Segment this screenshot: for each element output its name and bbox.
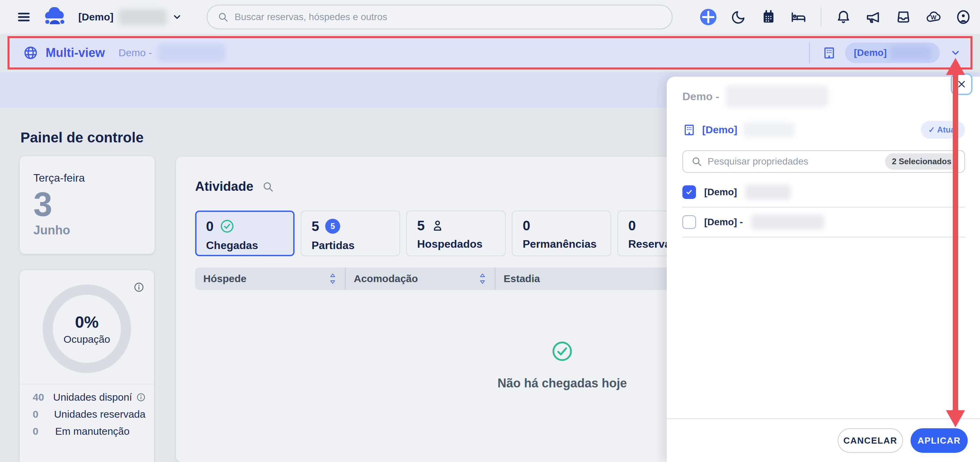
tab-partidas[interactable]: 5 5 Partidas <box>301 210 400 256</box>
notifications-bell-icon[interactable] <box>835 9 851 25</box>
tab-count: 5 <box>312 220 319 233</box>
svg-text:W: W <box>931 14 937 21</box>
multiview-divider <box>809 42 810 64</box>
redacted-selector-name <box>890 46 931 60</box>
multiview-title: Multi-view <box>46 46 105 60</box>
selected-count-badge: 2 Selecionados <box>885 153 958 170</box>
whistle-messaging-icon[interactable]: W <box>926 9 941 25</box>
property-list-item[interactable]: [Demo] - <box>682 207 965 237</box>
redacted-property-name <box>743 122 794 137</box>
global-search-input[interactable] <box>234 11 662 23</box>
checkbox-checked[interactable] <box>682 185 696 199</box>
menu-icon[interactable] <box>16 10 31 24</box>
column-header-estadia: Estadia <box>504 273 540 285</box>
panel-footer: CANCELAR APLICAR <box>667 418 980 462</box>
cancel-button[interactable]: CANCELAR <box>838 428 903 453</box>
property-list: [Demo] [Demo] - <box>682 177 965 237</box>
tab-hospedados[interactable]: 5 Hospedados <box>406 210 506 256</box>
current-property-label: [Demo] <box>702 124 737 135</box>
stat-label: Unidades reservadas <box>54 408 146 420</box>
globe-icon <box>23 45 38 60</box>
list-divider <box>682 237 965 237</box>
info-icon[interactable] <box>134 282 145 293</box>
check-circle-icon <box>552 341 573 362</box>
tab-label: Hospedados <box>417 238 495 250</box>
occupancy-donut: 0% Ocupação <box>43 285 131 373</box>
property-switcher-label: [Demo] <box>78 11 113 23</box>
apply-button[interactable]: APLICAR <box>910 428 968 453</box>
activity-title: Atividade <box>195 179 253 194</box>
app-screen: [Demo] <box>0 0 980 462</box>
current-badge: ✓ Atual <box>921 121 965 139</box>
top-navigation-bar: [Demo] <box>0 0 980 34</box>
activity-search-icon[interactable] <box>262 181 274 193</box>
cloudbeds-logo-icon[interactable] <box>43 7 67 27</box>
redacted-property-name <box>119 9 167 25</box>
tab-label: Partidas <box>312 239 389 252</box>
check-circle-icon <box>220 219 235 234</box>
redacted-item-name <box>745 185 791 200</box>
annotation-highlight-rectangle: Multi-view Demo - [Demo] <box>8 36 972 70</box>
stat-row-maintenance: 0 Em manutenção <box>33 425 146 437</box>
stat-value: 40 <box>33 392 53 403</box>
column-header-acomodacao: Acomodação <box>354 273 418 285</box>
property-search-input[interactable] <box>707 156 880 167</box>
property-search[interactable]: 2 Selecionados <box>682 150 965 173</box>
occupancy-stats: 40 Unidades disponí... 0 Unidades reserv… <box>33 392 146 437</box>
info-icon[interactable] <box>136 392 146 402</box>
panel-title: Demo - <box>682 90 719 103</box>
property-list-item[interactable]: [Demo] <box>682 177 965 207</box>
stat-value: 0 <box>33 425 55 437</box>
empty-state-text: Não há chegadas hoje <box>498 376 627 390</box>
tab-permanencias[interactable]: 0 Permanências <box>512 210 611 256</box>
tab-chegadas[interactable]: 0 Chegadas <box>195 210 294 256</box>
building-icon <box>682 123 696 137</box>
search-icon <box>218 11 229 22</box>
occupancy-card: 0% Ocupação 40 Unidades disponí... 0 Uni… <box>20 270 154 462</box>
dark-mode-moon-icon[interactable] <box>731 9 746 25</box>
sort-icon[interactable] <box>329 272 337 285</box>
checkbox-unchecked[interactable] <box>682 215 696 229</box>
inbox-icon[interactable] <box>896 9 911 25</box>
current-property-row: [Demo] ✓ Atual <box>682 121 965 139</box>
tab-count: 0 <box>628 219 636 233</box>
date-weekday: Terça-feira <box>33 172 141 184</box>
tab-count: 0 <box>206 220 213 233</box>
global-search[interactable] <box>207 5 673 29</box>
property-switcher[interactable]: [Demo] <box>78 9 182 25</box>
redacted-group-name <box>158 44 226 62</box>
stat-row-reserved: 0 Unidades reservadas <box>33 408 146 420</box>
sort-icon[interactable] <box>479 272 487 285</box>
arrivals-table-header: Hóspede Acomodação Estadia <box>195 268 673 290</box>
selector-chevron-down-icon[interactable] <box>950 47 961 58</box>
page-title: Painel de controle <box>21 129 144 146</box>
occupancy-percent: 0% <box>75 313 99 331</box>
account-icon[interactable] <box>956 9 971 25</box>
bed-icon[interactable] <box>791 9 807 25</box>
multiview-bar: Multi-view Demo - [Demo] <box>10 38 970 67</box>
chevron-down-icon <box>172 12 182 22</box>
date-day: 3 <box>33 187 141 221</box>
person-icon <box>431 219 444 233</box>
property-item-label: [Demo] - <box>704 217 743 228</box>
occupancy-label: Ocupação <box>64 333 110 345</box>
property-item-label: [Demo] <box>704 187 737 198</box>
topbar-divider <box>821 8 821 27</box>
activity-tabs: 0 Chegadas 5 5 Partidas 5 <box>195 210 717 256</box>
multiview-property-selector[interactable]: [Demo] <box>845 43 940 63</box>
occupancy-divider <box>20 384 154 384</box>
tab-count: 0 <box>523 219 530 233</box>
date-card: Terça-feira 3 Junho <box>20 156 154 254</box>
stat-label: Unidades disponí... <box>53 392 133 403</box>
search-icon <box>691 156 702 167</box>
property-selector-panel: Demo - [Demo] ✓ Atual 2 Selecionados <box>667 76 980 462</box>
redacted-item-name <box>751 215 824 229</box>
date-month: Junho <box>33 223 141 237</box>
tab-count: 5 <box>417 219 425 233</box>
calendar-icon[interactable] <box>761 9 776 25</box>
tab-label: Permanências <box>523 238 600 250</box>
selector-label: [Demo] <box>854 47 887 58</box>
stat-row-available: 40 Unidades disponí... <box>33 392 146 403</box>
announcements-megaphone-icon[interactable] <box>865 9 881 25</box>
quick-add-icon[interactable] <box>700 9 716 25</box>
